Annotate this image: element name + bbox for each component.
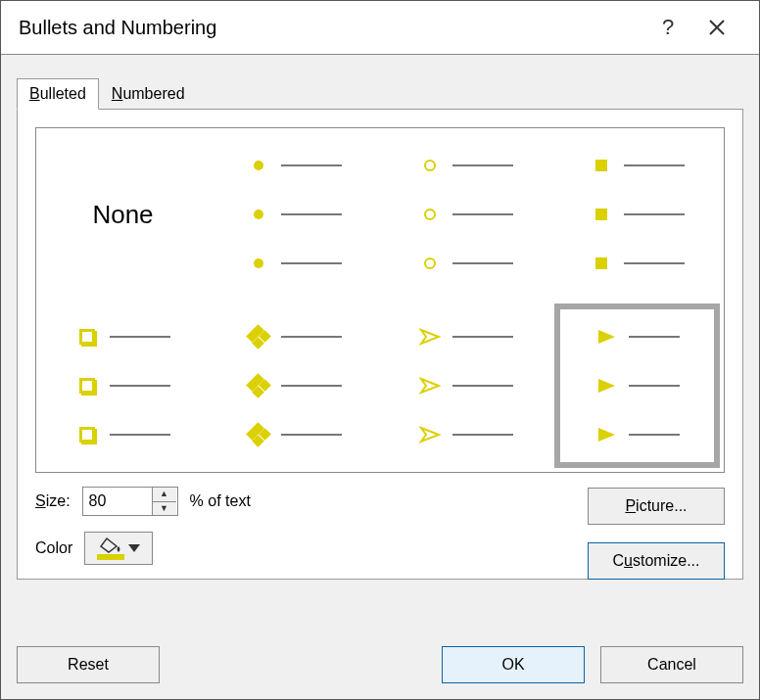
reset-button[interactable]: Reset — [17, 646, 160, 683]
tab-page-bulleted: None — [17, 110, 743, 580]
bullet-option-four-diamonds[interactable] — [212, 303, 377, 469]
bullet-option-open-circle[interactable] — [383, 132, 548, 298]
size-spin-down[interactable]: ▼ — [153, 502, 176, 516]
paint-bucket-icon — [97, 537, 124, 554]
size-spin-up[interactable]: ▲ — [153, 488, 176, 502]
picture-button[interactable]: Picture... — [588, 488, 725, 525]
color-picker[interactable] — [84, 532, 153, 565]
bullet-option-filled-square[interactable] — [554, 132, 720, 298]
none-label: None — [92, 200, 153, 230]
color-label: Color — [35, 539, 72, 557]
filled-square-icon — [595, 160, 607, 171]
bullet-option-filled-dot[interactable] — [212, 132, 377, 298]
filled-dot-icon — [254, 161, 263, 170]
bullet-option-shadow-box[interactable] — [40, 303, 206, 469]
cancel-button[interactable]: Cancel — [600, 646, 743, 683]
close-icon — [708, 19, 726, 36]
tab-bulleted[interactable]: Bulleted — [17, 78, 99, 110]
size-input[interactable] — [83, 488, 152, 515]
four-diamonds-icon — [248, 326, 269, 348]
tab-strip: Bulleted Numbered — [17, 74, 743, 110]
arrowhead-outline-icon — [419, 326, 441, 348]
size-spinner[interactable]: ▲ ▼ — [82, 487, 178, 516]
footer-buttons: Reset OK Cancel — [17, 646, 743, 683]
right-buttons: Picture... Customize... — [588, 488, 725, 580]
dropdown-caret-icon — [128, 544, 140, 552]
tab-numbered[interactable]: Numbered — [99, 78, 198, 110]
titlebar: Bullets and Numbering ? — [1, 1, 759, 55]
open-circle-icon — [424, 160, 436, 171]
dialog-title: Bullets and Numbering — [19, 17, 643, 39]
customize-button[interactable]: Customize... — [588, 542, 725, 580]
bullet-option-arrowhead-solid[interactable] — [554, 303, 720, 469]
help-button[interactable]: ? — [643, 15, 692, 40]
bullet-option-none[interactable]: None — [40, 132, 206, 298]
size-label: Size: — [35, 487, 71, 510]
tab-underline — [17, 109, 743, 110]
bullets-numbering-dialog: Bullets and Numbering ? Bulleted Numbere… — [0, 0, 760, 700]
bullet-style-grid: None — [35, 127, 725, 473]
size-suffix: % of text — [190, 487, 251, 510]
shadow-box-icon — [79, 329, 95, 345]
close-button[interactable] — [692, 19, 741, 36]
color-swatch — [97, 554, 124, 560]
bullet-option-arrowhead-outline[interactable] — [383, 303, 548, 469]
ok-button[interactable]: OK — [442, 646, 585, 683]
dialog-body: Bulleted Numbered None — [1, 55, 759, 699]
arrowhead-solid-icon — [595, 326, 617, 348]
